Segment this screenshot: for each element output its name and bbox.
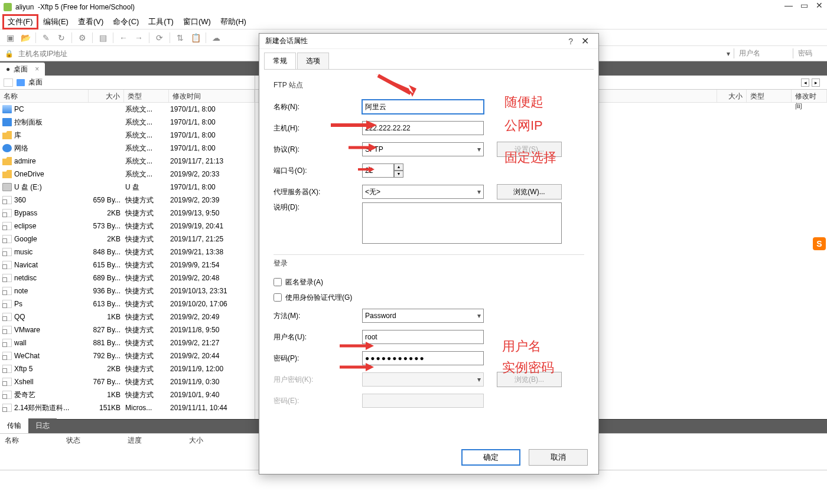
file-mtime: 2019/11/7, 21:25	[169, 235, 255, 243]
spin-down-icon[interactable]: ▼	[394, 171, 403, 178]
help-icon[interactable]: ?	[564, 37, 578, 46]
cloud-icon[interactable]: ☁	[211, 32, 222, 43]
layout-icon[interactable]	[4, 78, 13, 87]
col-type[interactable]: 类型	[747, 90, 792, 102]
copy-icon[interactable]: 📋	[190, 32, 201, 43]
col-mtime[interactable]: 修改时间	[792, 90, 827, 102]
password-label[interactable]: 密码	[793, 48, 822, 58]
proxy-select[interactable]: <无>	[362, 185, 484, 199]
table-row[interactable]: 控制面板系统文...1970/1/1, 8:00	[0, 116, 255, 129]
menu-tools[interactable]: 工具(T)	[144, 15, 178, 29]
tab-transfer[interactable]: 传输	[0, 418, 28, 433]
username-label: 用户名(U):	[274, 332, 362, 342]
menu-window[interactable]: 窗口(W)	[178, 15, 216, 29]
maximize-button[interactable]: ▭	[799, 1, 809, 9]
col-name[interactable]: 名称	[0, 90, 89, 102]
auth-agent-checkbox[interactable]	[274, 293, 282, 302]
table-row[interactable]: PC系统文...1970/1/1, 8:00	[0, 103, 255, 116]
host-input[interactable]	[362, 121, 484, 135]
method-select[interactable]: Password	[362, 309, 484, 323]
table-row[interactable]: music848 By...快捷方式2019/9/21, 13:38	[0, 246, 255, 258]
ok-button[interactable]: 确定	[461, 449, 520, 466]
spin-up-icon[interactable]: ▲	[394, 163, 403, 171]
host-dropdown-icon[interactable]: ▾	[723, 50, 734, 58]
table-row[interactable]: VMware827 By...快捷方式2019/11/8, 9:50	[0, 323, 255, 336]
tab-desktop[interactable]: ● 桌面 ×	[0, 63, 45, 76]
table-row[interactable]: Google2KB快捷方式2019/11/7, 21:25	[0, 233, 255, 246]
refresh-icon[interactable]: ⟳	[154, 32, 165, 43]
table-row[interactable]: U 盘 (E:)U 盘1970/1/1, 8:00	[0, 181, 255, 194]
close-button[interactable]: ✕	[814, 1, 825, 9]
table-row[interactable]: 2.14郑州勤道科...151KBMicros...2019/11/11, 10…	[0, 401, 255, 414]
col-size[interactable]: 大小	[89, 90, 124, 102]
menu-help[interactable]: 帮助(H)	[216, 15, 251, 29]
file-name: WeChat	[14, 352, 40, 360]
table-row[interactable]: wall881 By...快捷方式2019/9/2, 21:27	[0, 336, 255, 349]
username-label[interactable]: 用户名	[734, 48, 793, 58]
new-session-icon[interactable]: ▣	[5, 32, 15, 43]
properties-icon[interactable]: ⚙	[77, 32, 87, 43]
back-icon[interactable]: ←	[118, 32, 129, 43]
tab-log[interactable]: 日志	[28, 418, 57, 433]
local-file-list[interactable]: PC系统文...1970/1/1, 8:00控制面板系统文...1970/1/1…	[0, 103, 255, 419]
table-row[interactable]: Xftp 52KB快捷方式2019/11/9, 12:00	[0, 362, 255, 375]
desc-input[interactable]	[362, 202, 562, 244]
table-row[interactable]: admire系统文...2019/11/7, 21:13	[0, 155, 255, 168]
table-row[interactable]: Navicat615 By...快捷方式2019/9/9, 21:54	[0, 258, 255, 271]
username-input[interactable]	[362, 330, 484, 344]
file-size: 792 By...	[89, 352, 124, 360]
cancel-button[interactable]: 取消	[529, 449, 588, 466]
menu-view[interactable]: 查看(V)	[73, 15, 108, 29]
dialog-close-icon[interactable]: ✕	[578, 35, 592, 47]
tab-general[interactable]: 常规	[264, 53, 296, 69]
protocol-select[interactable]: SFTP	[362, 142, 484, 156]
ime-badge-icon[interactable]: S	[813, 237, 826, 250]
path-text[interactable]: 桌面	[28, 77, 43, 87]
col-status[interactable]: 状态	[66, 436, 80, 444]
forward-icon[interactable]: →	[134, 32, 144, 43]
reconnect-icon[interactable]: ↻	[56, 32, 67, 43]
table-row[interactable]: Ps613 By...快捷方式2019/10/20, 17:06	[0, 297, 255, 310]
table-row[interactable]: 爱奇艺1KB快捷方式2019/10/1, 9:40	[0, 388, 255, 401]
table-row[interactable]: netdisc689 By...快捷方式2019/9/2, 20:48	[0, 271, 255, 284]
edit-icon[interactable]: ✎	[41, 32, 51, 43]
table-row[interactable]: eclipse573 By...快捷方式2019/9/19, 20:41	[0, 220, 255, 233]
open-session-icon[interactable]: 📂	[20, 32, 31, 43]
table-row[interactable]: QQ1KB快捷方式2019/9/2, 20:49	[0, 310, 255, 323]
nav-icon[interactable]: ▤	[97, 32, 108, 43]
table-row[interactable]: WeChat792 By...快捷方式2019/9/2, 20:44	[0, 349, 255, 362]
col-size[interactable]: 大小	[717, 90, 747, 102]
file-type: 快捷方式	[124, 299, 169, 309]
table-row[interactable]: OneDrive系统文...2019/9/2, 20:33	[0, 168, 255, 181]
col-type[interactable]: 类型	[124, 90, 169, 102]
transfer-icon[interactable]: ⇅	[175, 32, 185, 43]
port-spinner[interactable]: ▲▼	[362, 163, 403, 178]
password-input[interactable]	[362, 351, 484, 365]
table-row[interactable]: 360659 By...快捷方式2019/9/2, 20:39	[0, 194, 255, 207]
col-progress[interactable]: 进度	[128, 436, 142, 444]
tab-options[interactable]: 选项	[297, 53, 329, 69]
table-row[interactable]: 库系统文...1970/1/1, 8:00	[0, 129, 255, 142]
table-row[interactable]: note936 By...快捷方式2019/10/13, 23:31	[0, 284, 255, 297]
col-mtime[interactable]: 修改时间	[169, 90, 255, 102]
minimize-button[interactable]: —	[783, 1, 794, 9]
table-row[interactable]: 网络系统文...1970/1/1, 8:00	[0, 142, 255, 155]
table-row[interactable]: Bypass2KB快捷方式2019/9/13, 9:50	[0, 207, 255, 220]
menu-edit[interactable]: 编辑(E)	[38, 15, 73, 29]
prev-icon[interactable]: ◂	[801, 78, 809, 87]
menu-command[interactable]: 命令(C)	[108, 15, 144, 29]
col-size[interactable]: 大小	[189, 436, 203, 444]
next-icon[interactable]: ▸	[812, 78, 820, 87]
tab-close-icon[interactable]: ×	[35, 65, 39, 73]
host-input[interactable]	[18, 50, 243, 58]
menu-file[interactable]: 文件(F)	[2, 14, 38, 30]
file-name: Xftp 5	[14, 365, 32, 373]
col-name[interactable]: 名称	[5, 436, 19, 444]
port-input[interactable]	[362, 163, 394, 178]
table-row[interactable]: Xshell767 By...快捷方式2019/11/9, 0:30	[0, 375, 255, 388]
name-input[interactable]	[362, 100, 484, 114]
userkey-label: 用户密钥(K):	[274, 375, 362, 385]
browse-proxy-button[interactable]: 浏览(W)...	[497, 184, 562, 199]
anonymous-checkbox[interactable]	[274, 278, 282, 286]
file-icon	[2, 404, 12, 412]
